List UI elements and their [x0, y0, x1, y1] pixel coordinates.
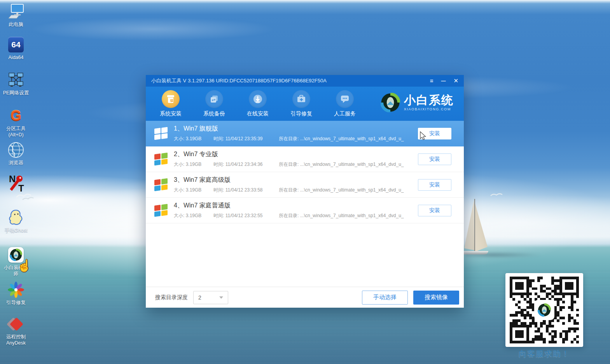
- image-row-win7-professional[interactable]: 2、Win7 专业版 大小: 3.19GB 时间: 11/04/12 23:34…: [146, 146, 464, 172]
- window-title: 小白装机工具 V 3.1.297.136 URID:DFCC5207188D57…: [151, 77, 422, 84]
- computer-icon: [1, 3, 31, 20]
- image-time: 时间: 11/04/12 23:32:55: [213, 212, 279, 219]
- nav-online-install[interactable]: 在线安装: [236, 90, 280, 121]
- xiaobai-installer-window: 小白装机工具 V 3.1.297.136 URID:DFCC5207188D57…: [146, 75, 464, 308]
- nav-label: 引导修复: [280, 110, 323, 117]
- desktop-icon-label: (Alt+D): [1, 132, 31, 138]
- svg-text:N: N: [9, 174, 16, 184]
- windows-logo-icon: [154, 153, 168, 165]
- image-time: 时间: 11/04/12 23:33:58: [213, 187, 279, 193]
- seagull-icon: [489, 192, 505, 198]
- install-button[interactable]: 安装: [418, 205, 451, 216]
- image-dir: 所在目录: ...\cn_windows_7_ultimate_with_sp1…: [279, 161, 404, 168]
- nav-boot-repair[interactable]: 引导修复: [280, 90, 323, 121]
- pinwheel-icon: [1, 281, 31, 298]
- aida64-icon: 64: [8, 37, 24, 52]
- windows-logo-icon: [154, 127, 168, 140]
- desktop-icon-aida64[interactable]: 64 Aida64: [1, 36, 31, 61]
- image-size: 大小: 3.19GB: [174, 187, 213, 193]
- sailboat: [461, 199, 504, 257]
- menu-icon[interactable]: ≡: [430, 75, 433, 87]
- nav-system-backup[interactable]: 系统备份: [192, 90, 236, 121]
- image-size: 大小: 3.19GB: [174, 161, 213, 168]
- boat-wake: [465, 251, 578, 259]
- nav-label: 系统安装: [149, 110, 192, 117]
- search-depth-value: 2: [198, 294, 201, 301]
- desktop-icon-browser[interactable]: 浏览器: [1, 141, 31, 166]
- diskgenius-icon: G: [10, 109, 21, 123]
- nav-human-service[interactable]: 人工服务: [323, 90, 367, 121]
- image-title: 2、Win7 专业版: [174, 150, 418, 158]
- image-title: 1、Win7 旗舰版: [174, 125, 418, 133]
- install-button[interactable]: 安装: [418, 153, 451, 165]
- minimize-icon[interactable]: —: [441, 75, 446, 87]
- image-title: 3、Win7 家庭高级版: [174, 176, 418, 184]
- image-time: 时间: 11/04/12 23:35:39: [213, 136, 279, 142]
- desktop-icon-label: 远程控制: [1, 334, 31, 340]
- desktop-icon-label: 手动Ghost: [1, 227, 31, 233]
- desktop-icon-anydesk[interactable]: 远程控制 AnyDesk: [1, 315, 31, 346]
- brand: 小白系统 XIAOBAIXITONG.COM: [381, 93, 454, 112]
- mouse-cursor-hand: ☝: [17, 259, 31, 272]
- desktop-icon-label: 此电脑: [1, 21, 31, 28]
- desktop-icon-label: PE网络设置: [1, 90, 31, 96]
- manual-select-button[interactable]: 手动选择: [362, 291, 408, 305]
- search-depth-select[interactable]: 2: [193, 291, 228, 304]
- image-row-win7-ultimate[interactable]: 1、Win7 旗舰版 大小: 3.19GB 时间: 11/04/12 23:35…: [146, 121, 464, 146]
- qr-caption: 向客服求助！: [505, 348, 583, 359]
- image-dir: 所在目录: ...\cn_windows_7_ultimate_with_sp1…: [279, 136, 404, 142]
- qr-center-logo: [535, 301, 554, 319]
- brand-name: 小白系统: [404, 94, 454, 106]
- nt-key-icon: N T: [1, 175, 31, 192]
- desktop-icon-label: 分区工具: [1, 125, 31, 132]
- nav-system-install[interactable]: 系统安装: [149, 90, 192, 121]
- ghost-icon: [1, 209, 31, 226]
- window-nav: 系统安装 系统备份 在线安装: [146, 87, 464, 121]
- image-dir: 所在目录: ...\cn_windows_7_ultimate_with_sp1…: [279, 212, 404, 219]
- download-icon: [249, 90, 267, 108]
- search-depth-label: 搜索目录深度: [155, 294, 188, 301]
- desktop-icon-boot-repair[interactable]: 引导修复: [1, 281, 31, 306]
- chat-icon: [336, 90, 354, 108]
- image-time: 时间: 11/04/12 23:34:36: [213, 161, 279, 168]
- desktop-icon-label: Aida64: [1, 54, 31, 61]
- desktop-icon-manual-ghost[interactable]: 手动Ghost: [1, 209, 31, 233]
- image-size: 大小: 3.19GB: [174, 136, 213, 142]
- network-icon: [1, 71, 31, 89]
- anydesk-icon: [8, 316, 24, 332]
- xiaobai-logo-icon: [381, 93, 400, 112]
- image-dir: 所在目录: ...\cn_windows_7_ultimate_with_sp1…: [279, 187, 404, 193]
- install-button[interactable]: 安装: [418, 179, 451, 191]
- backup-copy-icon: [205, 90, 223, 108]
- image-row-win7-home-premium[interactable]: 3、Win7 家庭高级版 大小: 3.19GB 时间: 11/04/12 23:…: [146, 172, 464, 198]
- image-list: 1、Win7 旗舰版 大小: 3.19GB 时间: 11/04/12 23:35…: [146, 121, 464, 223]
- mouse-cursor-arrow: [420, 131, 428, 141]
- desktop-icon-partition-tool[interactable]: G 分区工具 (Alt+D): [1, 107, 31, 138]
- nav-label: 人工服务: [323, 110, 367, 117]
- windows-logo-icon: [154, 204, 168, 217]
- desktop-icon-pe-network[interactable]: PE网络设置: [1, 71, 31, 96]
- brand-site: XIAOBAIXITONG.COM: [404, 107, 454, 111]
- image-title: 4、Win7 家庭普通版: [174, 202, 418, 210]
- image-size: 大小: 3.19GB: [174, 212, 213, 219]
- window-titlebar: 小白装机工具 V 3.1.297.136 URID:DFCC5207188D57…: [146, 75, 464, 87]
- qr-panel: [505, 273, 583, 347]
- install-box-icon: [162, 90, 180, 108]
- windows-logo-icon: [154, 178, 168, 191]
- nav-label: 系统备份: [192, 110, 236, 117]
- desktop-icon-nt-password[interactable]: N T: [1, 175, 31, 193]
- desktop-icon-label: AnyDesk: [1, 340, 31, 346]
- chevron-down-icon: [219, 296, 223, 299]
- image-row-win7-home-basic[interactable]: 4、Win7 家庭普通版 大小: 3.19GB 时间: 11/04/12 23:…: [146, 198, 464, 223]
- globe-icon: [1, 141, 31, 158]
- toolbox-icon: [292, 90, 310, 108]
- nav-label: 在线安装: [236, 110, 280, 117]
- desktop-icon-label: 浏览器: [1, 160, 31, 166]
- search-image-button[interactable]: 搜索镜像: [413, 291, 459, 305]
- close-icon[interactable]: ✕: [453, 75, 458, 87]
- desktop-icon-label: 引导修复: [1, 300, 31, 306]
- window-footer: 搜索目录深度 2 手动选择 搜索镜像: [146, 287, 464, 308]
- svg-text:T: T: [18, 183, 24, 193]
- desktop-icon-this-pc[interactable]: 此电脑: [1, 3, 31, 28]
